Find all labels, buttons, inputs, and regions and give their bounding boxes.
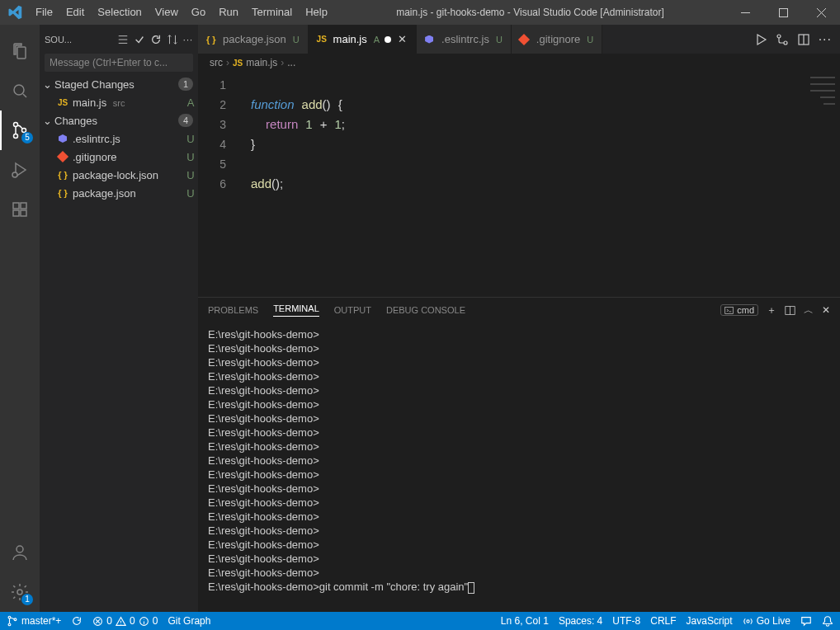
svg-rect-7 [13,203,19,209]
file-name: package.json [73,187,183,200]
encoding-indicator[interactable]: UTF-8 [612,615,640,627]
line-gutter: 123456 [198,72,239,297]
svg-point-18 [8,616,11,618]
scm-badge: 5 [21,132,33,143]
panel-tab-debug[interactable]: DEBUG CONSOLE [386,305,465,315]
sync-icon[interactable] [71,615,83,627]
editor-tab[interactable]: JS main.js A ✕ [309,25,418,54]
panel-tab-output[interactable]: OUTPUT [334,305,371,315]
minimize-button[interactable] [726,0,764,25]
json-file-icon: { } [56,170,69,180]
staged-changes-section[interactable]: ⌄ Staged Changes 1 [40,75,198,93]
go-live-button[interactable]: Go Live [743,615,790,627]
staged-count: 1 [178,78,193,91]
menu-view[interactable]: View [149,0,185,25]
file-name: .eslintrc.js [73,133,183,145]
git-graph-button[interactable]: Git Graph [168,615,210,627]
editor-tabs: { } package.json U JS main.js A ✕ .eslin… [198,25,840,54]
chevron-right-icon: › [281,57,284,68]
minimap[interactable] [782,72,840,297]
split-terminal-icon[interactable] [785,305,795,316]
menu-edit[interactable]: Edit [59,0,91,25]
menu-terminal[interactable]: Terminal [245,0,299,25]
sort-icon[interactable] [167,34,178,45]
branch-indicator[interactable]: master*+ [7,615,61,627]
menu-go[interactable]: Go [185,0,212,25]
new-terminal-icon[interactable]: ＋ [767,303,776,317]
extensions-icon[interactable] [0,190,40,229]
terminal[interactable]: E:\res\git-hooks-demo>E:\res\git-hooks-d… [198,322,840,612]
changes-section[interactable]: ⌄ Changes 4 [40,111,198,129]
breadcrumb-item[interactable]: main.js [246,57,277,68]
svg-point-12 [17,590,22,595]
svg-rect-10 [21,203,26,209]
panel: PROBLEMS TERMINAL OUTPUT DEBUG CONSOLE c… [198,297,840,612]
diff-icon[interactable] [776,33,789,46]
commit-icon[interactable] [134,34,145,45]
file-row[interactable]: .gitignore U [40,148,198,166]
file-name: .gitignore [73,151,183,163]
file-row[interactable]: JS main.js src A [40,93,198,111]
scm-icon[interactable]: 5 [0,110,40,150]
svg-point-3 [14,123,18,127]
breadcrumb-item[interactable]: src [210,57,223,68]
eol-indicator[interactable]: CRLF [650,615,676,627]
editor-tab[interactable]: .gitignore U [512,25,602,54]
chevron-up-icon[interactable]: ︿ [804,303,814,317]
breadcrumbs[interactable]: src › JS main.js › ... [198,54,840,72]
cursor-position[interactable]: Ln 6, Col 1 [501,615,549,627]
json-file-icon: { } [206,35,218,45]
menu-run[interactable]: Run [212,0,245,25]
view-tree-icon[interactable] [117,34,129,45]
close-icon[interactable]: ✕ [396,33,408,45]
language-indicator[interactable]: JavaScript [687,615,733,627]
staged-label: Staged Changes [54,78,178,91]
panel-tab-terminal[interactable]: TERMINAL [273,303,319,317]
editor-tab[interactable]: .eslintrc.js U [417,25,512,54]
svg-point-2 [14,85,24,95]
close-button[interactable] [802,0,840,25]
file-status: U [183,151,198,163]
file-row[interactable]: { } package-lock.json U [40,166,198,184]
menu-help[interactable]: Help [299,0,334,25]
commit-message-input[interactable]: Message (Ctrl+Enter to c... [45,54,193,72]
bell-icon[interactable] [822,615,833,627]
editor-tab[interactable]: { } package.json U [198,25,309,54]
tab-mod-status: U [293,35,300,45]
panel-tab-problems[interactable]: PROBLEMS [208,305,258,315]
tab-label: package.json [223,33,286,45]
svg-rect-9 [21,210,26,216]
feedback-icon[interactable] [800,615,812,627]
menu-selection[interactable]: Selection [91,0,148,25]
problems-indicator[interactable]: 0 0 0 [92,615,158,627]
maximize-button[interactable] [764,0,802,25]
menu-file[interactable]: File [29,0,59,25]
search-icon[interactable] [0,71,40,110]
terminal-profile[interactable]: cmd [720,304,758,316]
file-row[interactable]: { } package.json U [40,184,198,202]
more-icon[interactable]: ··· [183,35,193,45]
tab-label: .gitignore [536,33,580,45]
sidebar-title: SOU... [45,35,112,45]
js-file-icon: JS [233,59,243,68]
file-name: main.js src [73,96,183,109]
file-status: U [183,187,198,200]
explorer-icon[interactable] [0,31,40,71]
refresh-icon[interactable] [150,34,162,45]
run-icon[interactable] [754,33,767,46]
indent-indicator[interactable]: Spaces: 4 [559,615,602,627]
more-icon[interactable]: ··· [819,32,832,47]
js-file-icon: JS [56,98,69,107]
code-editor[interactable]: function add() { return 1 + 1; } add(); [239,72,782,297]
breadcrumb-item[interactable]: ... [287,57,295,68]
debug-icon[interactable] [0,150,40,190]
file-row[interactable]: .eslintrc.js U [40,129,198,148]
dirty-dot-icon [385,36,391,43]
svg-point-14 [784,41,787,45]
account-icon[interactable] [0,533,40,572]
split-icon[interactable] [797,33,810,46]
panel-tabs: PROBLEMS TERMINAL OUTPUT DEBUG CONSOLE c… [198,298,840,322]
close-panel-icon[interactable]: ✕ [822,304,830,316]
settings-icon[interactable]: 1 [0,572,40,612]
title-bar: File Edit Selection View Go Run Terminal… [0,0,840,25]
